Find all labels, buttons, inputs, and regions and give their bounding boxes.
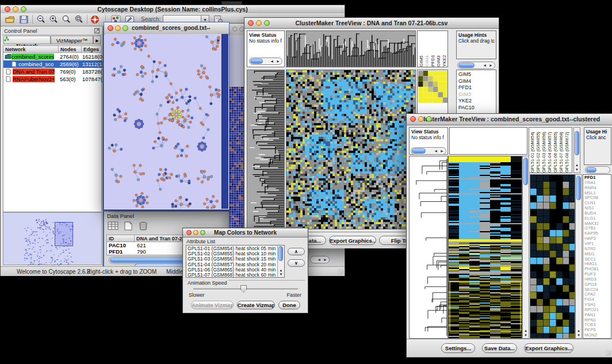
done-button[interactable]: Done xyxy=(278,301,300,309)
tv1-column-dendrogram[interactable] xyxy=(286,30,416,67)
gene-label[interactable]: YKE2 xyxy=(458,98,496,105)
network-list-row[interactable]: combined_sco2569(6)13112(15) xyxy=(3,60,102,68)
slider-thumb[interactable] xyxy=(240,285,247,293)
tv2-labels-scrollbar[interactable]: ▲ ▼ xyxy=(573,127,580,173)
open-file-icon[interactable] xyxy=(5,15,15,24)
tab-network[interactable]: Network xyxy=(3,36,51,44)
create-vizmap-button[interactable]: Create Vizmap xyxy=(237,301,275,309)
column-label[interactable]: GPL51-04 (GSM857) xyxy=(547,128,553,173)
resize-grip-icon[interactable] xyxy=(338,269,344,275)
tv2-heatmap-scrollbar[interactable]: ▲ ▼ xyxy=(522,156,529,339)
dialog-titlebar[interactable]: Map Colors to Network xyxy=(183,228,308,237)
scroll-arrows-icon[interactable]: ◄ ► xyxy=(434,148,445,154)
main-titlebar[interactable]: Cytoscape Desktop (Session Name: collins… xyxy=(1,5,345,14)
scroll-arrows-icon[interactable]: ◄ ► xyxy=(270,59,281,64)
tab-overflow-arrow[interactable]: ▶ xyxy=(93,36,101,44)
column-label[interactable]: GPL51-07 (GSM868) xyxy=(559,128,564,173)
settings-button[interactable]: Settings... xyxy=(441,343,475,353)
column-label[interactable]: GPL51-08 (GSM872) xyxy=(564,128,570,173)
zoom-selected-icon[interactable] xyxy=(74,15,84,24)
minimize-button[interactable] xyxy=(13,6,18,12)
zoom-in-icon[interactable] xyxy=(49,15,59,24)
column-label[interactable]: GIM3 xyxy=(436,31,442,67)
tab-vizmapper[interactable]: VizMapper™ xyxy=(51,36,93,44)
attribute-list-item[interactable]: GPL51-07 (GSM868) heat shock 60 min xyxy=(188,273,284,278)
treeview1-titlebar[interactable]: ClusterMaker TreeView : DNA and Tran 07-… xyxy=(244,18,499,29)
minimize-button[interactable] xyxy=(115,25,121,31)
network-list-row[interactable]: combined_scores2764(0)16218(0) xyxy=(3,53,102,60)
scroll-up-icon[interactable]: ▲ xyxy=(278,269,284,273)
help-lifesaver-icon[interactable] xyxy=(90,15,100,24)
export-graphics-button[interactable]: Export Graphics... xyxy=(524,343,573,353)
scroll-arrows-icon[interactable]: ◄ ► xyxy=(317,257,328,263)
tv1-row-dendrogram[interactable] xyxy=(247,70,285,229)
scroll-up-icon[interactable]: ▲ xyxy=(576,329,582,333)
gene-label[interactable]: PFD1 xyxy=(458,85,496,91)
float-panel-icon[interactable] xyxy=(94,28,100,33)
zoom-button[interactable] xyxy=(21,6,26,12)
tv2-zoom-scrollbar[interactable]: ▲ ▼ xyxy=(575,174,582,339)
scroll-down-icon[interactable]: ▼ xyxy=(523,334,529,338)
delete-attribute-icon[interactable] xyxy=(137,221,149,231)
tv2-row-dendrogram[interactable] xyxy=(409,156,448,339)
gene-label[interactable]: MON2 xyxy=(584,333,611,338)
attribute-list-scrollbar[interactable]: ▲ ▼ xyxy=(277,246,284,277)
scroll-arrows-icon[interactable]: ◄ ► xyxy=(483,63,494,68)
zoom-button[interactable] xyxy=(426,116,432,122)
zoom-button[interactable] xyxy=(123,25,128,31)
attribute-list[interactable]: GPL51-01 (GSM854) heat shock 05 minGPL51… xyxy=(186,245,285,278)
close-button[interactable] xyxy=(108,25,113,31)
close-button[interactable] xyxy=(410,116,416,122)
gene-label[interactable]: GIM5 xyxy=(458,71,496,78)
treeview2-titlebar[interactable]: ClusterMaker TreeView : combined_scores_… xyxy=(407,114,612,125)
save-data-button[interactable]: Save Data... xyxy=(482,343,517,353)
tv2-column-labels[interactable]: GPL51-01 (GSM854)GPL51-02 (GSM855)GPL51-… xyxy=(529,127,572,173)
animation-slider[interactable] xyxy=(193,288,298,290)
column-label[interactable]: PFD1 xyxy=(430,31,436,67)
tv1-heatmap[interactable] xyxy=(286,70,416,229)
resize-grip-icon[interactable] xyxy=(605,350,611,356)
zoom-button[interactable] xyxy=(264,20,270,26)
network-overview[interactable] xyxy=(3,212,102,265)
tv1-status-scrollbar[interactable]: ◄ ► xyxy=(249,58,282,65)
column-label[interactable]: GPL51-03 (GSM856) xyxy=(541,128,547,173)
move-up-button[interactable]: ∧ xyxy=(288,248,305,255)
tv2-gene-list[interactable]: PFD1YRA1RNR4MSL1SPC98CLN1NIS1BUD4ELG1MAK… xyxy=(583,174,611,339)
col-header-network[interactable]: Network xyxy=(3,46,59,53)
minimize-button[interactable] xyxy=(256,20,262,26)
column-label[interactable]: GPL51-01 (GSM854) xyxy=(530,128,536,173)
data-panel-hscrollbar-fragment[interactable]: ◄ ► xyxy=(310,256,330,263)
save-icon[interactable] xyxy=(19,15,29,24)
close-button[interactable] xyxy=(232,26,238,32)
minimize-button[interactable] xyxy=(418,116,424,122)
table-view-icon[interactable] xyxy=(108,221,119,231)
scroll-down-icon[interactable]: ▼ xyxy=(278,273,284,277)
col-header-edges[interactable]: Edges xyxy=(82,46,102,53)
scroll-up-icon[interactable]: ▲ xyxy=(523,329,529,333)
scroll-up-icon[interactable]: ▲ xyxy=(574,163,580,167)
overview-viewport-rect[interactable] xyxy=(55,222,73,246)
col-header-nodes[interactable]: Nodes xyxy=(59,46,82,53)
network-canvas[interactable] xyxy=(105,34,221,209)
minimize-button[interactable] xyxy=(193,230,198,235)
zoom-out-icon[interactable] xyxy=(36,15,46,24)
close-button[interactable] xyxy=(248,20,254,26)
tv2-heatmap[interactable] xyxy=(448,156,522,339)
tv2-status-scrollbar[interactable]: ◄ ► xyxy=(411,147,446,155)
move-down-button[interactable]: ∨ xyxy=(288,259,305,267)
gene-label[interactable]: GIM3 xyxy=(458,91,496,98)
scroll-down-icon[interactable]: ▼ xyxy=(574,168,580,172)
network-list-row[interactable]: RNAPuberNov2+563(0)107847(0) xyxy=(3,75,102,83)
animate-vizmap-button[interactable]: Animate Vizmap xyxy=(191,301,234,309)
column-label[interactable]: GPL51-02 (GSM855) xyxy=(536,128,541,173)
column-label[interactable]: GIM5 xyxy=(419,31,424,67)
tv1-column-labels[interactable]: GIM5GIM4PFD1GIM3YKE2PAC10 xyxy=(417,30,448,67)
data-col-id[interactable]: ID xyxy=(107,235,135,242)
column-label[interactable]: PAC10 xyxy=(447,31,448,67)
tv1-genelist-scrollbar[interactable]: ◄ ► xyxy=(457,62,495,69)
scroll-down-icon[interactable]: ▼ xyxy=(576,334,582,338)
column-label[interactable]: YKE2 xyxy=(442,31,447,67)
zoom-fit-icon[interactable] xyxy=(62,15,71,24)
tv2-column-dendrogram[interactable] xyxy=(449,127,527,155)
tv2-usage-scrollbar[interactable] xyxy=(585,166,610,174)
